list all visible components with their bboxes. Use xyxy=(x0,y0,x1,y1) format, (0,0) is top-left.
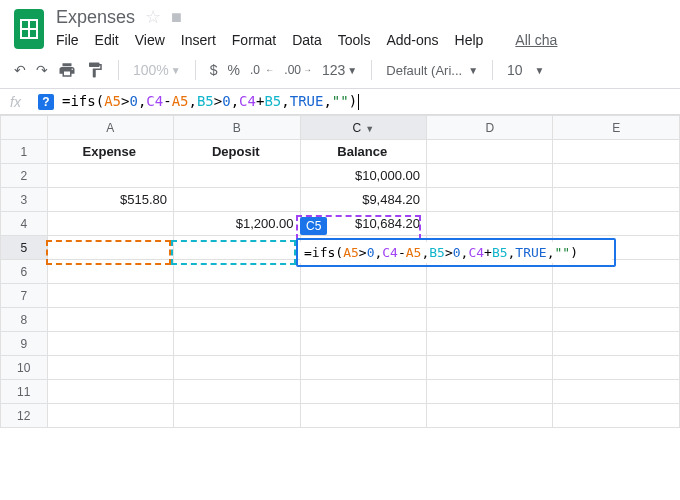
cell-D4[interactable] xyxy=(427,212,553,236)
row-header-10[interactable]: 10 xyxy=(1,356,48,380)
paint-format-button[interactable] xyxy=(86,61,104,79)
cell-B4[interactable]: $1,200.00 xyxy=(174,212,300,236)
increase-decimal-button[interactable]: .00→ xyxy=(284,63,312,77)
row-header-12[interactable]: 12 xyxy=(1,404,48,428)
menu-insert[interactable]: Insert xyxy=(181,32,216,48)
cell-A4[interactable] xyxy=(47,212,173,236)
percent-button[interactable]: % xyxy=(228,62,240,78)
formula-bar[interactable]: fx ? =ifs(A5>0,C4-A5,B5>0,C4+B5,TRUE,"") xyxy=(0,89,680,115)
col-header-E[interactable]: E xyxy=(553,116,680,140)
cell-D1[interactable] xyxy=(427,140,553,164)
spreadsheet-grid[interactable]: A B C▼ D E 1ExpenseDepositBalance2$10,00… xyxy=(0,115,680,428)
menu-help[interactable]: Help xyxy=(455,32,484,48)
cell-C7[interactable] xyxy=(300,284,426,308)
cell-C8[interactable] xyxy=(300,308,426,332)
row-header-8[interactable]: 8 xyxy=(1,308,48,332)
cell-A7[interactable] xyxy=(47,284,173,308)
cell-B12[interactable] xyxy=(174,404,300,428)
zoom-dropdown[interactable]: 100% ▼ xyxy=(133,62,181,78)
cell-D2[interactable] xyxy=(427,164,553,188)
currency-button[interactable]: $ xyxy=(210,62,218,78)
font-dropdown[interactable]: Default (Ari... ▼ xyxy=(386,63,478,78)
cell-E9[interactable] xyxy=(553,332,680,356)
cell-D7[interactable] xyxy=(427,284,553,308)
cell-B9[interactable] xyxy=(174,332,300,356)
cell-A5[interactable] xyxy=(47,236,173,260)
cell-D10[interactable] xyxy=(427,356,553,380)
cell-B6[interactable] xyxy=(174,260,300,284)
cell-D6[interactable] xyxy=(427,260,553,284)
redo-button[interactable]: ↷ xyxy=(36,62,48,78)
row-header-11[interactable]: 11 xyxy=(1,380,48,404)
formula-input[interactable]: =ifs(A5>0,C4-A5,B5>0,C4+B5,TRUE,"") xyxy=(62,93,359,110)
cell-E10[interactable] xyxy=(553,356,680,380)
cell-E12[interactable] xyxy=(553,404,680,428)
cell-E7[interactable] xyxy=(553,284,680,308)
doc-title[interactable]: Expenses xyxy=(56,7,135,28)
cell-A6[interactable] xyxy=(47,260,173,284)
decrease-decimal-button[interactable]: .0 ← xyxy=(250,63,274,77)
undo-button[interactable]: ↶ xyxy=(14,62,26,78)
cell-B2[interactable] xyxy=(174,164,300,188)
formula-help-button[interactable]: ? xyxy=(38,94,54,110)
cell-C3[interactable]: $9,484.20 xyxy=(300,188,426,212)
cell-E2[interactable] xyxy=(553,164,680,188)
row-header-2[interactable]: 2 xyxy=(1,164,48,188)
row-header-9[interactable]: 9 xyxy=(1,332,48,356)
cell-C6[interactable] xyxy=(300,260,426,284)
cell-A10[interactable] xyxy=(47,356,173,380)
row-header-7[interactable]: 7 xyxy=(1,284,48,308)
cell-A9[interactable] xyxy=(47,332,173,356)
menu-view[interactable]: View xyxy=(135,32,165,48)
menu-addons[interactable]: Add-ons xyxy=(386,32,438,48)
col-header-C[interactable]: C▼ xyxy=(300,116,426,140)
cell-B1[interactable]: Deposit xyxy=(174,140,300,164)
cell-B11[interactable] xyxy=(174,380,300,404)
cell-E3[interactable] xyxy=(553,188,680,212)
cell-C10[interactable] xyxy=(300,356,426,380)
star-icon[interactable]: ☆ xyxy=(145,6,161,28)
row-header-1[interactable]: 1 xyxy=(1,140,48,164)
menu-data[interactable]: Data xyxy=(292,32,322,48)
cell-B8[interactable] xyxy=(174,308,300,332)
cell-E8[interactable] xyxy=(553,308,680,332)
col-header-B[interactable]: B xyxy=(174,116,300,140)
row-header-3[interactable]: 3 xyxy=(1,188,48,212)
cell-editor[interactable]: =ifs(A5>0,C4-A5,B5>0,C4+B5,TRUE,"") xyxy=(300,242,612,263)
cell-B10[interactable] xyxy=(174,356,300,380)
cell-A8[interactable] xyxy=(47,308,173,332)
cell-A2[interactable] xyxy=(47,164,173,188)
cell-C9[interactable] xyxy=(300,332,426,356)
cell-D3[interactable] xyxy=(427,188,553,212)
col-header-A[interactable]: A xyxy=(47,116,173,140)
all-changes-link[interactable]: All cha xyxy=(515,32,557,48)
cell-E1[interactable] xyxy=(553,140,680,164)
number-format-dropdown[interactable]: 123 ▼ xyxy=(322,62,357,78)
cell-B5[interactable] xyxy=(174,236,300,260)
cell-C1[interactable]: Balance xyxy=(300,140,426,164)
font-size-dropdown[interactable]: 10 ▼ xyxy=(507,62,544,78)
cell-A12[interactable] xyxy=(47,404,173,428)
cell-D8[interactable] xyxy=(427,308,553,332)
row-header-5[interactable]: 5 xyxy=(1,236,48,260)
cell-E11[interactable] xyxy=(553,380,680,404)
row-header-6[interactable]: 6 xyxy=(1,260,48,284)
menu-edit[interactable]: Edit xyxy=(95,32,119,48)
cell-A11[interactable] xyxy=(47,380,173,404)
cell-B3[interactable] xyxy=(174,188,300,212)
menu-tools[interactable]: Tools xyxy=(338,32,371,48)
cell-A1[interactable]: Expense xyxy=(47,140,173,164)
folder-icon[interactable]: ■ xyxy=(171,7,182,28)
row-header-4[interactable]: 4 xyxy=(1,212,48,236)
col-header-D[interactable]: D xyxy=(427,116,553,140)
cell-D11[interactable] xyxy=(427,380,553,404)
cell-E4[interactable] xyxy=(553,212,680,236)
menu-format[interactable]: Format xyxy=(232,32,276,48)
cell-D12[interactable] xyxy=(427,404,553,428)
select-all-corner[interactable] xyxy=(1,116,48,140)
menu-file[interactable]: File xyxy=(56,32,79,48)
cell-D9[interactable] xyxy=(427,332,553,356)
cell-B7[interactable] xyxy=(174,284,300,308)
cell-C2[interactable]: $10,000.00 xyxy=(300,164,426,188)
cell-A3[interactable]: $515.80 xyxy=(47,188,173,212)
